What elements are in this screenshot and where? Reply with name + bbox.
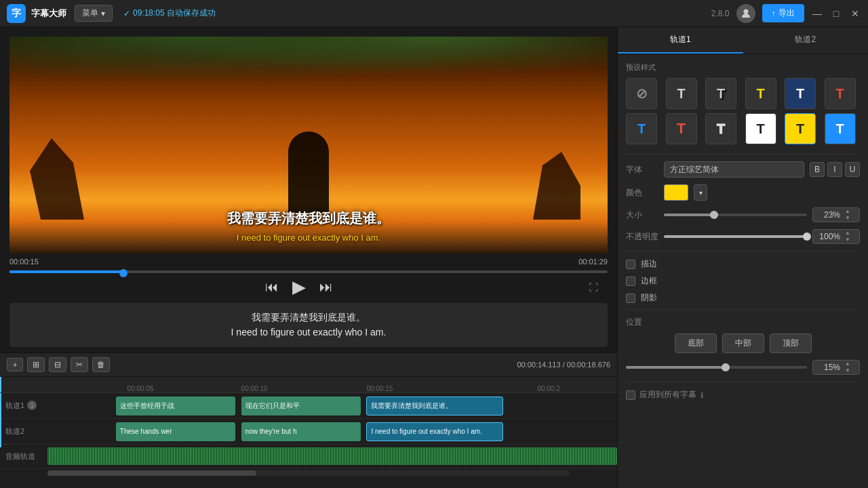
clip-t1-3[interactable]: 我需要弄清楚我到底是谁。 [366,396,503,415]
export-button[interactable]: ↑ 导出 [762,4,805,22]
tab-track2[interactable]: 轨道2 [743,27,869,54]
scrollbar-thumb[interactable] [47,470,256,476]
opacity-up-button[interactable]: ▲ [843,230,852,237]
time-code: 00:00:14.113 / 00:00:18.676 [517,361,610,369]
merge-button[interactable]: ⊟ [49,357,66,372]
subtitle-english: I need to figure out exactly who I am. [9,232,608,243]
position-middle-button[interactable]: 中部 [722,333,764,353]
color-swatch[interactable] [664,184,688,201]
tab-track1[interactable]: 轨道1 [618,27,743,54]
play-button[interactable]: ▶ [292,277,306,298]
font-bold-button[interactable]: B [810,162,825,177]
character-silhouette [288,131,329,213]
clip-t2-1[interactable]: These hands wer [116,422,235,441]
svg-point-0 [743,9,748,14]
position-input[interactable] [813,361,843,374]
font-underline-button[interactable]: U [845,162,860,177]
font-select[interactable]: 方正综艺简体 [664,161,804,178]
fullscreen-button[interactable]: ⛶ [589,282,598,293]
preset-6[interactable]: T [626,113,657,144]
opacity-down-button[interactable]: ▼ [843,237,852,243]
size-slider-thumb[interactable] [710,211,718,219]
size-up-button[interactable]: ▲ [843,208,852,215]
position-label: 位置 [626,317,860,328]
position-bottom-button[interactable]: 底部 [675,333,717,353]
size-input[interactable] [813,208,843,222]
position-slider[interactable] [626,366,807,369]
track-1-icon: ① [27,401,37,410]
main-layout: 我需要弄清楚我到底是谁。 I need to figure out exactl… [0,27,868,488]
info-icon[interactable]: ℹ [701,390,704,400]
font-row: 字体 方正综艺简体 B I U [626,161,860,178]
subtitle-edit-area[interactable]: 我需要弄清楚我到底是谁。 I need to figure out exactl… [9,303,608,347]
preset-0[interactable]: ⊘ [626,78,657,109]
opacity-slider-fill [664,235,807,238]
font-style-btns: B I U [810,162,860,177]
stroke-checkbox[interactable] [626,260,635,269]
shadow-checkbox[interactable] [626,293,635,303]
clip-t1-2[interactable]: 现在它们只是和平 [241,396,361,415]
track-1-content: 这些手曾经用于战 现在它们只是和平 我需要弄清楚我到底是谁。 [47,393,617,418]
size-down-button[interactable]: ▼ [843,215,852,222]
size-row: 大小 ▲ ▼ [626,207,860,222]
color-row: 颜色 ▾ [626,184,860,201]
position-up-button[interactable]: ▲ [843,361,852,367]
position-down-button[interactable]: ▼ [843,367,852,374]
border-checkbox[interactable] [626,277,635,286]
preset-3[interactable]: T [745,78,776,109]
clip-t1-1[interactable]: 这些手曾经用于战 [116,396,235,415]
clip-t2-2[interactable]: now they're but h [241,422,361,441]
opacity-label: 不透明度 [626,231,658,243]
split-button[interactable]: ⊞ [27,357,45,372]
playback-controls-row: ⏮ ▶ ⏭ ⛶ [0,277,617,298]
track-row-1: 轨道1 ① 这些手曾经用于战 现在它们只是和平 我需要弄清楚我到底是谁。 [0,393,617,419]
apply-checkbox[interactable] [626,390,635,400]
preset-7[interactable]: T [666,113,697,144]
color-dropdown-button[interactable]: ▾ [694,184,707,201]
horizontal-scrollbar[interactable] [47,470,570,476]
opacity-input[interactable] [813,230,843,243]
avatar-button[interactable] [736,4,755,23]
size-slider[interactable] [664,214,807,216]
timeline-toolbar: + ⊞ ⊟ ✂ 🗑 00:00:14.113 / 00:00:18.676 [0,353,617,377]
progress-bar-wrap[interactable] [0,267,617,277]
position-slider-thumb[interactable] [722,363,730,371]
right-panel-content: 预设样式 ⊘ T T T T T T T T T T T 字体 [618,54,868,488]
progress-track[interactable] [9,270,608,273]
font-italic-button[interactable]: I [827,162,842,177]
preset-8[interactable]: T [705,113,736,144]
video-background: 我需要弄清楚我到底是谁。 I need to figure out exactl… [9,37,608,253]
preset-10[interactable]: T [785,113,816,144]
track-2-label: 轨道2 [0,426,47,436]
close-button[interactable]: ✕ [849,7,861,20]
clip-button[interactable]: ✂ [71,357,88,372]
opacity-slider[interactable] [664,235,807,238]
preset-5[interactable]: T [825,78,856,109]
audio-label: 音频轨道 [0,451,47,462]
autosave-status: ✓ 09:18:05 自动保存成功 [123,7,216,19]
preset-1[interactable]: T [666,78,697,109]
app-logo: 字 [7,4,26,23]
clip-t2-3[interactable]: I need to figure out exactly who I am. [366,422,503,441]
opacity-slider-thumb[interactable] [803,232,811,241]
progress-fill [9,270,123,273]
preset-4[interactable]: T [785,78,816,109]
rewind-button[interactable]: ⏮ [265,279,279,295]
video-preview: 我需要弄清楚我到底是谁。 I need to figure out exactl… [9,37,608,253]
delete-button[interactable]: 🗑 [92,357,110,372]
ruler-mark-1: 00:00:05 [127,385,154,392]
preset-2[interactable]: T [705,78,736,109]
time-bar: 00:00:15 00:01:29 [0,253,617,267]
preset-9[interactable]: T [745,113,776,144]
maximize-button[interactable]: □ [830,7,842,20]
menu-button[interactable]: 菜单 ▾ [75,5,113,22]
position-top-button[interactable]: 顶部 [770,333,812,353]
minimize-button[interactable]: — [811,7,823,20]
tracks-container: 轨道1 ① 这些手曾经用于战 现在它们只是和平 我需要弄清楚我到底是谁。 轨道2 [0,393,617,476]
progress-thumb[interactable] [119,269,127,277]
color-label: 颜色 [626,187,658,199]
preset-11[interactable]: T [825,113,856,144]
fast-forward-button[interactable]: ⏭ [319,279,333,295]
add-clip-button[interactable]: + [7,358,23,371]
audio-track-row: 音频轨道 [0,445,617,469]
